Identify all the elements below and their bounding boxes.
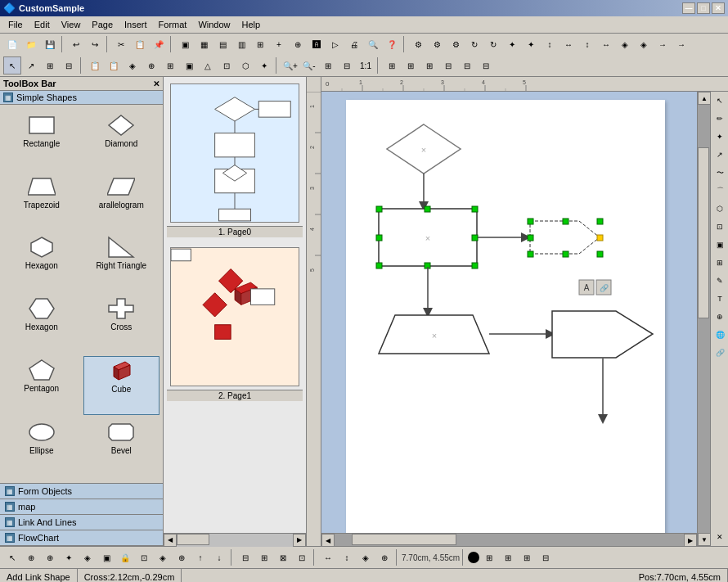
bt-btn-9[interactable]: ◈ <box>154 548 172 566</box>
right-btn-4[interactable]: ↗ <box>711 146 728 164</box>
page0-thumbnail[interactable] <box>170 83 299 223</box>
tb-btn-11[interactable]: 🔍 <box>364 35 382 53</box>
simple-shapes-section[interactable]: ▦ Simple Shapes <box>0 91 163 105</box>
right-btn-14[interactable]: 🌐 <box>711 326 728 344</box>
align-btn-2[interactable]: ⊞ <box>402 56 420 74</box>
tb-btn-22[interactable]: ↕ <box>578 35 596 53</box>
tb2-btn-10[interactable]: ⬡ <box>236 56 254 74</box>
tb-btn-19[interactable]: ✦ <box>522 35 540 53</box>
bt-btn-12[interactable]: ↓ <box>210 548 228 566</box>
bt-btn-6[interactable]: ▣ <box>97 548 115 566</box>
align-btn-6[interactable]: ⊟ <box>477 56 495 74</box>
bt-btn-13[interactable]: ⊟ <box>236 548 254 566</box>
open-button[interactable]: 📁 <box>22 35 40 53</box>
tb-btn-15[interactable]: ⚙ <box>447 35 465 53</box>
link-lines-section[interactable]: ▦ Link And Lines <box>0 515 163 530</box>
align-btn-5[interactable]: ⊟ <box>458 56 476 74</box>
bt-btn-2[interactable]: ⊕ <box>22 548 40 566</box>
bt-btn-23[interactable]: ⊞ <box>518 548 536 566</box>
bt-btn-24[interactable]: ⊟ <box>537 548 555 566</box>
scroll-down-button[interactable]: ▼ <box>698 533 710 546</box>
map-section[interactable]: ▦ map <box>0 499 163 515</box>
pointer-tool[interactable]: ↗ <box>22 56 40 74</box>
tb-btn-25[interactable]: ◈ <box>635 35 653 53</box>
right-btn-3[interactable]: ✦ <box>711 128 728 146</box>
scroll-up-button[interactable]: ▲ <box>698 92 710 105</box>
paste-button[interactable]: 📌 <box>150 35 168 53</box>
shape-diamond[interactable]: Diamond <box>83 111 160 169</box>
right-btn-7[interactable]: ⬡ <box>711 200 728 218</box>
bt-btn-19[interactable]: ◈ <box>357 548 375 566</box>
zoom-page-button[interactable]: ⊟ <box>338 56 356 74</box>
tb-btn-24[interactable]: ◈ <box>616 35 634 53</box>
bt-btn-18[interactable]: ↕ <box>338 548 356 566</box>
shape-ellipse[interactable]: Ellipse <box>3 418 80 476</box>
menu-help[interactable]: Help <box>237 18 266 31</box>
menu-page[interactable]: Page <box>87 18 118 31</box>
shape-right-triangle[interactable]: Right Triangle <box>83 233 160 291</box>
right-btn-11[interactable]: ✎ <box>711 272 728 290</box>
copy-button[interactable]: 📋 <box>131 35 149 53</box>
canvas-content[interactable]: × <box>321 92 710 546</box>
scroll-track[interactable] <box>177 534 293 547</box>
menu-insert[interactable]: Insert <box>119 18 152 31</box>
zoom-out-button[interactable]: 🔍- <box>300 56 318 74</box>
bt-color-1[interactable] <box>468 552 479 563</box>
tb2-btn-8[interactable]: △ <box>199 56 217 74</box>
bt-btn-5[interactable]: ◈ <box>79 548 97 566</box>
bt-btn-17[interactable]: ↔ <box>319 548 337 566</box>
right-btn-10[interactable]: ⊞ <box>711 254 728 272</box>
bt-btn-15[interactable]: ⊠ <box>274 548 292 566</box>
pages-h-scrollbar[interactable]: ◀ ▶ <box>164 533 306 546</box>
align-btn-1[interactable]: ⊞ <box>383 56 401 74</box>
tb-btn-7[interactable]: ⊕ <box>289 35 307 53</box>
menu-file[interactable]: File <box>3 18 28 31</box>
bt-btn-20[interactable]: ⊕ <box>375 548 393 566</box>
tb-btn-8[interactable]: 🅰 <box>308 35 326 53</box>
tb2-btn-6[interactable]: ⊞ <box>161 56 179 74</box>
shape-rectangle[interactable]: Rectangle <box>3 111 80 169</box>
tb-btn-20[interactable]: ↕ <box>541 35 559 53</box>
shape-pentagon[interactable]: Pentagon <box>3 356 80 416</box>
tb-btn-13[interactable]: ⚙ <box>409 35 427 53</box>
right-btn-9[interactable]: ▣ <box>711 236 728 254</box>
tb-btn-23[interactable]: ↔ <box>597 35 615 53</box>
tb-btn-27[interactable]: → <box>672 35 690 53</box>
canvas-scroll-left[interactable]: ◀ <box>321 534 335 546</box>
shape-parallelogram[interactable]: arallelogram <box>83 173 160 231</box>
tb-btn-18[interactable]: ✦ <box>503 35 521 53</box>
zoom-100-button[interactable]: 1:1 <box>357 56 375 74</box>
canvas-scroll-right[interactable]: ▶ <box>684 534 697 546</box>
tb-btn-9[interactable]: ▷ <box>326 35 344 53</box>
tb-btn-16[interactable]: ↻ <box>465 35 483 53</box>
close-button[interactable]: ✕ <box>712 2 725 14</box>
tb-btn-10[interactable]: 🖨 <box>345 35 363 53</box>
menu-window[interactable]: Window <box>193 18 235 31</box>
tb-btn-3[interactable]: ▤ <box>213 35 231 53</box>
bt-btn-3[interactable]: ⊕ <box>41 548 59 566</box>
form-objects-section[interactable]: ▦ Form Objects <box>0 484 163 499</box>
zoom-in-button[interactable]: 🔍+ <box>281 56 299 74</box>
scroll-left-button[interactable]: ◀ <box>164 534 177 547</box>
undo-button[interactable]: ↩ <box>67 35 85 53</box>
tb-btn-17[interactable]: ↻ <box>484 35 502 53</box>
tb-btn-2[interactable]: ▦ <box>195 35 213 53</box>
tb2-btn-5[interactable]: ⊕ <box>142 56 160 74</box>
shape-trapezoid[interactable]: Trapezoid <box>3 173 80 231</box>
bt-btn-10[interactable]: ⊕ <box>173 548 191 566</box>
menu-format[interactable]: Format <box>154 18 192 31</box>
shape-cross[interactable]: Cross <box>83 295 160 353</box>
tb2-btn-7[interactable]: ▣ <box>180 56 198 74</box>
shape-hexagon[interactable]: Hexagon <box>3 233 80 291</box>
new-button[interactable]: 📄 <box>3 35 21 53</box>
cut-button[interactable]: ✂ <box>112 35 130 53</box>
bt-btn-8[interactable]: ⊡ <box>135 548 153 566</box>
zoom-fit-button[interactable]: ⊞ <box>319 56 337 74</box>
tb-btn-6[interactable]: + <box>270 35 288 53</box>
tb-btn-14[interactable]: ⚙ <box>428 35 446 53</box>
shape-cube[interactable]: Cube <box>83 356 160 416</box>
shape-bevel[interactable]: Bevel <box>83 418 160 476</box>
select-tool[interactable]: ↖ <box>3 56 21 74</box>
tb-btn-1[interactable]: ▣ <box>176 35 194 53</box>
right-btn-12[interactable]: T <box>711 290 728 308</box>
